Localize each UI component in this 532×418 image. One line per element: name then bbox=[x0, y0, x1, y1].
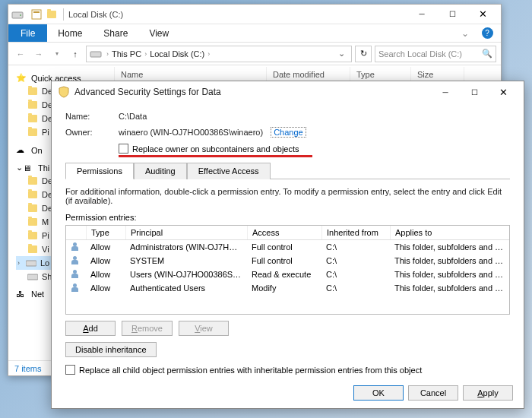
dialog-maximize-button[interactable]: ☐ bbox=[460, 83, 489, 101]
star-icon: ⭐ bbox=[16, 73, 28, 83]
chevron-right-icon: › bbox=[144, 50, 147, 58]
ok-button[interactable]: OK bbox=[353, 385, 404, 401]
replace-child-checkbox[interactable] bbox=[65, 365, 75, 375]
pc-icon: 🖥 bbox=[23, 163, 35, 173]
svg-rect-4 bbox=[90, 52, 101, 57]
owner-value: winaero (WIN-OJ7HO00386S\winaero) bbox=[119, 128, 263, 137]
permission-row[interactable]: AllowSYSTEMFull controlC:\This folder, s… bbox=[66, 254, 509, 268]
folder-icon bbox=[28, 101, 37, 109]
ribbon-expand-icon[interactable]: ⌄ bbox=[451, 24, 480, 42]
view-button[interactable]: View bbox=[179, 321, 229, 336]
drive-icon bbox=[11, 8, 24, 21]
col-access[interactable]: Access bbox=[247, 226, 321, 239]
remove-button[interactable]: Remove bbox=[122, 321, 173, 336]
forward-button[interactable]: → bbox=[31, 46, 46, 62]
folder-icon bbox=[28, 218, 37, 226]
col-principal[interactable]: Principal bbox=[125, 226, 247, 239]
add-label: dd bbox=[89, 324, 98, 333]
recent-dropdown-icon[interactable]: ▾ bbox=[49, 46, 65, 62]
up-button[interactable]: ↑ bbox=[68, 46, 83, 62]
explorer-titlebar: Local Disk (C:) ─ ☐ ✕ bbox=[8, 5, 501, 24]
cancel-button[interactable]: Cancel bbox=[408, 385, 458, 401]
dialog-minimize-button[interactable]: ─ bbox=[431, 83, 460, 101]
disable-inheritance-button[interactable]: Disable inheritance bbox=[65, 342, 157, 357]
name-value: C:\Data bbox=[119, 112, 147, 121]
shield-icon bbox=[58, 86, 70, 98]
minimize-button[interactable]: ─ bbox=[407, 5, 437, 24]
refresh-button[interactable]: ↻ bbox=[355, 46, 372, 62]
col-type[interactable]: Type bbox=[86, 226, 125, 239]
folder-icon bbox=[28, 115, 37, 122]
col-inherited[interactable]: Inherited from bbox=[321, 226, 390, 239]
chevron-right-icon: › bbox=[106, 50, 109, 58]
tab-permissions[interactable]: Permissions bbox=[65, 163, 134, 179]
drive-icon bbox=[90, 48, 102, 60]
replace-owner-checkbox[interactable] bbox=[119, 144, 128, 154]
user-icon bbox=[71, 283, 81, 293]
svg-point-1 bbox=[20, 14, 21, 16]
dialog-titlebar: Advanced Security Settings for Data ─ ☐ … bbox=[52, 81, 524, 103]
folder-icon bbox=[28, 232, 37, 239]
col-applies[interactable]: Applies to bbox=[390, 226, 509, 239]
tab-effective-access[interactable]: Effective Access bbox=[187, 163, 271, 179]
svg-rect-5 bbox=[26, 261, 36, 266]
quick-access-toolbar bbox=[30, 8, 59, 21]
svg-rect-2 bbox=[32, 10, 41, 19]
svg-rect-3 bbox=[33, 11, 40, 13]
tab-strip: Permissions Auditing Effective Access bbox=[65, 162, 510, 179]
search-icon: 🔍 bbox=[482, 49, 492, 59]
qat-properties-icon[interactable] bbox=[30, 8, 43, 21]
ribbon-view[interactable]: View bbox=[138, 24, 179, 42]
chevron-down-icon: ⌄ bbox=[16, 163, 23, 173]
folder-icon bbox=[28, 87, 37, 95]
user-icon bbox=[71, 256, 81, 265]
permission-row[interactable]: AllowUsers (WIN-OJ7HO00386S\Us...Read & … bbox=[66, 268, 509, 281]
ribbon-home[interactable]: Home bbox=[47, 24, 93, 42]
dialog-title: Advanced Security Settings for Data bbox=[74, 87, 431, 97]
apply-button[interactable]: Apply bbox=[463, 385, 513, 401]
window-title: Local Disk (C:) bbox=[68, 10, 407, 19]
breadcrumb-dropdown-icon[interactable]: ⌄ bbox=[335, 49, 348, 59]
folder-icon bbox=[28, 177, 37, 185]
change-owner-link[interactable]: Change bbox=[271, 127, 306, 138]
cloud-icon: ☁ bbox=[16, 145, 28, 155]
ribbon-share[interactable]: Share bbox=[93, 24, 138, 42]
dialog-footer: OK Cancel Apply bbox=[353, 385, 513, 401]
ribbon-file[interactable]: File bbox=[8, 24, 47, 42]
replace-owner-label: Replace owner on subcontainers and objec… bbox=[132, 144, 299, 154]
entries-label: Permission entries: bbox=[65, 213, 510, 222]
name-label: Name: bbox=[65, 112, 119, 121]
permission-row[interactable]: AllowAuthenticated UsersModifyC:\This fo… bbox=[66, 281, 509, 295]
breadcrumb-item[interactable]: This PC bbox=[112, 49, 141, 59]
close-button[interactable]: ✕ bbox=[467, 5, 498, 24]
dialog-close-button[interactable]: ✕ bbox=[489, 83, 518, 101]
drive-icon bbox=[25, 258, 37, 268]
info-text: For additional information, double-click… bbox=[65, 187, 510, 205]
navigation-row: ← → ▾ ↑ › This PC › Local Disk (C:) › ⌄ … bbox=[8, 43, 501, 65]
drive-icon bbox=[27, 271, 39, 282]
search-input[interactable]: Search Local Disk (C:) 🔍 bbox=[375, 46, 496, 62]
network-icon: 🖧 bbox=[16, 290, 28, 299]
permission-row[interactable]: AllowAdministrators (WIN-OJ7HO0...Full c… bbox=[66, 240, 509, 254]
back-button[interactable]: ← bbox=[13, 46, 28, 62]
replace-child-label: Replace all child object permission entr… bbox=[79, 366, 422, 375]
user-icon bbox=[71, 242, 81, 252]
tab-auditing[interactable]: Auditing bbox=[134, 163, 187, 179]
breadcrumb-item[interactable]: Local Disk (C:) bbox=[150, 49, 204, 59]
annotation-underline bbox=[119, 155, 312, 157]
owner-label: Owner: bbox=[65, 128, 119, 137]
search-placeholder: Search Local Disk (C:) bbox=[378, 49, 482, 59]
qat-newfolder-icon[interactable] bbox=[45, 8, 59, 21]
chevron-right-icon: › bbox=[17, 259, 25, 267]
user-icon bbox=[71, 270, 81, 279]
chevron-right-icon: › bbox=[207, 50, 210, 58]
breadcrumb[interactable]: › This PC › Local Disk (C:) › ⌄ bbox=[86, 46, 352, 62]
folder-icon bbox=[28, 245, 37, 253]
security-settings-dialog: Advanced Security Settings for Data ─ ☐ … bbox=[51, 81, 524, 409]
folder-icon bbox=[28, 204, 37, 212]
permission-table: Type Principal Access Inherited from App… bbox=[65, 225, 510, 315]
maximize-button[interactable]: ☐ bbox=[437, 5, 467, 24]
add-button[interactable]: Add bbox=[65, 321, 116, 336]
ribbon: File Home Share View ⌄ ? bbox=[8, 24, 501, 43]
help-icon[interactable]: ? bbox=[480, 26, 495, 41]
